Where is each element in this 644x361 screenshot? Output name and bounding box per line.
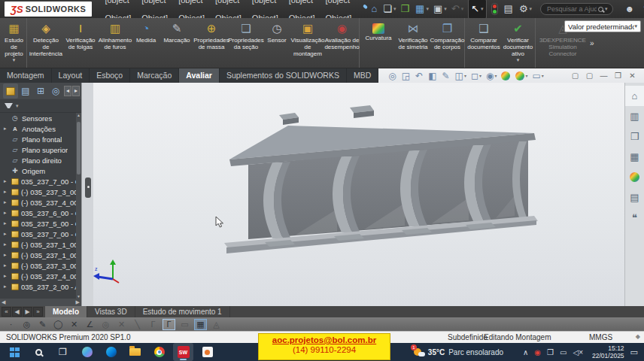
previous-view-icon[interactable]: ↶ [415, 71, 424, 81]
new-document-icon[interactable]: ❏ ▾ [383, 0, 396, 18]
linear-pattern-icon[interactable]: ▦ [194, 319, 207, 330]
measure-button[interactable]: ◔ Medida [132, 18, 159, 68]
expand-arrow-icon[interactable]: ▸ [4, 220, 11, 226]
panel-splitter[interactable] [81, 83, 93, 306]
edit-appearance-icon[interactable] [501, 71, 511, 80]
doc-tab-scroll-left[interactable]: ◀ [12, 307, 22, 317]
expand-arrow-icon[interactable]: ▸ [4, 126, 11, 132]
command-tab[interactable]: Avaliar [179, 68, 220, 83]
performance-evaluation-button[interactable]: ◉ Avaliação de desempenho [325, 18, 360, 68]
markup-button[interactable]: ✎ Marcação [159, 18, 194, 68]
tree-item-component[interactable]: ▸ (-) 035_237_4_00 - Ch [0, 197, 76, 208]
help-search-input[interactable] [545, 5, 598, 14]
child-restore-button[interactable]: ❐ [611, 68, 625, 83]
cast-icon[interactable]: ❐ [547, 348, 554, 356]
section-properties-button[interactable]: ❏ Propriedades da seção [229, 18, 263, 68]
tree-item-component[interactable]: ▸ (-) 035_237_1_00 - Ar [0, 250, 76, 260]
tree-item-origem[interactable]: ✚ Origem [0, 165, 76, 176]
taskpane-appearances-icon[interactable] [625, 167, 644, 187]
tree-item-component[interactable]: ▸ (-) 035_237_3_00 - Ch [0, 187, 76, 197]
line-tool-icon[interactable]: ✎ [36, 319, 49, 330]
new-window-icon[interactable]: ▢ [568, 68, 582, 83]
scrollbar-thumb[interactable] [77, 122, 80, 174]
copilot-button[interactable] [77, 343, 97, 361]
taskpane-home-icon[interactable]: ⌂ [625, 86, 644, 106]
3d-viewport[interactable]: z [93, 83, 624, 306]
command-tab[interactable]: Layout [52, 68, 90, 83]
dimxpertmanager-tab[interactable]: ◎ [48, 83, 63, 99]
hole-alignment-button[interactable]: ▥ Alinhamento de furos [98, 18, 132, 68]
doc-tab-scroll-first[interactable]: « [2, 307, 11, 317]
expand-arrow-icon[interactable]: ▸ [4, 273, 11, 279]
office-app-button[interactable] [197, 343, 217, 361]
smart-dimension-icon[interactable]: ∠ [84, 319, 96, 330]
point-tool-icon[interactable]: · [5, 319, 17, 330]
filter-caret-icon[interactable]: ▾ [16, 103, 19, 109]
taskbar-clock[interactable]: 15:12 22/01/2025 [592, 344, 624, 359]
document-tab[interactable]: Vistas 3D [87, 306, 135, 317]
tree-item-plano-superior[interactable]: ▱ Plano superior [0, 144, 76, 155]
tree-item-component[interactable]: ▸ (-) 035_237_3_00 - Ch [0, 260, 76, 271]
taskpane-file-explorer-icon[interactable]: ❒ [625, 126, 644, 147]
edge-button[interactable] [101, 343, 121, 361]
filter-funnel-icon[interactable] [5, 103, 13, 108]
tree-item-sensores[interactable]: ◷ Sensores [0, 113, 76, 123]
doc-tab-scroll-last[interactable]: » [33, 307, 43, 317]
apply-scene-icon[interactable]: ▾ [515, 71, 527, 80]
mirror-tool-icon[interactable]: ✕ [115, 319, 128, 330]
symmetry-check-button[interactable]: ⋈ Verificação de simetria [396, 18, 430, 68]
hide-show-items-icon[interactable]: ◉ ▾ [486, 71, 497, 81]
taskpane-forum-icon[interactable]: ❝ [625, 208, 644, 228]
command-tab[interactable]: Esboço [90, 68, 130, 83]
arc-tool-icon[interactable]: ◎ [99, 319, 112, 330]
taskpane-view-palette-icon[interactable]: ▦ [625, 147, 644, 167]
tree-item-component[interactable]: ▸ 035_237_7_00 - Chap [0, 229, 76, 239]
expand-arrow-icon[interactable]: ▸ [4, 231, 11, 237]
command-tab[interactable]: Montagem [0, 68, 52, 83]
tabs-scroll-right[interactable]: ▸ [72, 86, 80, 96]
slot-tool-icon[interactable]: ▭ [178, 319, 191, 330]
pin-icon[interactable] [359, 6, 364, 11]
tree-item-component[interactable]: ▸ (-) 035_237_1_00 - Ar [0, 239, 76, 250]
tree-item-component[interactable]: ▸ 035_237_7_00 - Chap [0, 176, 76, 187]
expand-arrow-icon[interactable]: ▸ [4, 284, 11, 290]
start-button[interactable] [5, 343, 25, 361]
expand-arrow-icon[interactable]: ▸ [4, 210, 11, 216]
propertymanager-tab[interactable]: ▤ [18, 83, 33, 99]
settings-gear-icon[interactable]: ⚙ ▾ [519, 0, 532, 18]
record-icon[interactable]: ◉ [534, 348, 541, 356]
scroll-up-icon[interactable]: ▲ [76, 113, 81, 117]
featuremanager-tab[interactable] [3, 83, 18, 99]
units-label[interactable]: MMGS [589, 333, 612, 341]
tile-window-icon[interactable]: ▢ [582, 68, 597, 83]
tree-horizontal-scrollbar[interactable]: ◀ ▶ [0, 299, 81, 306]
display-style-icon[interactable]: ◻ ▾ [471, 71, 481, 81]
document-tab[interactable]: Estudo de movimento 1 [135, 306, 230, 317]
taskbar-search-button[interactable] [29, 343, 49, 361]
undo-icon[interactable]: ↶ ▾ [451, 0, 463, 18]
view-settings-icon[interactable]: ▭ ▾ [532, 71, 543, 81]
file-explorer-button[interactable] [125, 343, 145, 361]
rebuild-traffic-light-icon[interactable] [491, 3, 500, 15]
design-study-button[interactable]: ▦ Estudo de projeto ▾ [2, 18, 27, 68]
compare-documents-button[interactable]: ❑ Comparar documentos [466, 18, 501, 68]
open-icon[interactable]: ❒ [400, 0, 411, 18]
expand-arrow-icon[interactable]: ▸ [4, 199, 11, 205]
splitter-collapse-handle[interactable] [85, 177, 91, 198]
command-tab[interactable]: Suplementos do SOLIDWORKS [220, 68, 347, 83]
curvature-button[interactable]: Curvatura [361, 18, 396, 68]
expand-arrow-icon[interactable]: ▸ [4, 262, 11, 268]
taskpane-design-library-icon[interactable]: ▥ [625, 106, 644, 126]
volume-muted-icon[interactable]: ◁× [573, 348, 584, 356]
command-tab[interactable]: Marcação [130, 68, 179, 83]
task-view-button[interactable]: ❐ [53, 343, 73, 361]
tree-item-plano-direito[interactable]: ▱ Plano direito [0, 155, 76, 165]
weather-widget[interactable]: 1 35°C Parc ensolarado [414, 347, 512, 356]
expand-arrow-icon[interactable]: ▸ [4, 252, 11, 258]
trim-tool-icon[interactable]: ✕ [68, 319, 80, 330]
user-account-icon[interactable]: ☻ [625, 4, 635, 14]
tree-item-component[interactable]: ▸ 035_237_6_00 - Chap [0, 208, 76, 218]
doc-tab-scroll-right[interactable]: ▶ [23, 307, 32, 317]
document-tab[interactable]: Modelo [45, 306, 87, 317]
child-minimize-button[interactable]: — [597, 68, 611, 83]
